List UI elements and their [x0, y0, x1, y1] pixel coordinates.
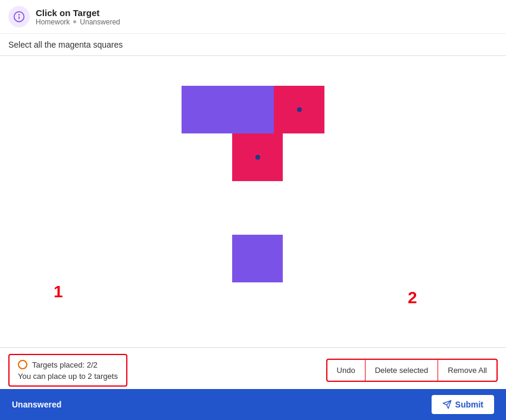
homework-label: Homework — [36, 18, 70, 26]
target-dot-1 — [297, 107, 302, 112]
footer-status: Unanswered — [12, 400, 61, 409]
action-buttons-group: Undo Delete selected Remove All — [326, 359, 498, 382]
instruction-text: Select all the magenta squares — [0, 34, 506, 56]
target-circle-icon — [18, 360, 27, 369]
target-dot-2 — [255, 155, 260, 160]
header-title: Click on Target — [36, 8, 120, 18]
header: Click on Target Homework Unanswered — [0, 0, 506, 34]
targets-max-label: You can place up to 2 targets — [18, 372, 118, 381]
submit-button[interactable]: Submit — [432, 395, 494, 414]
footer: Unanswered Submit — [0, 389, 506, 420]
header-meta: Homework Unanswered — [36, 18, 120, 26]
controls-row: Targets placed: 2/2 You can place up to … — [0, 348, 506, 393]
targets-info-box: Targets placed: 2/2 You can place up to … — [8, 354, 127, 387]
magenta-top-right-square[interactable] — [274, 86, 324, 133]
canvas-area[interactable]: 1 2 — [0, 56, 506, 348]
svg-point-1 — [18, 14, 20, 15]
remove-all-button[interactable]: Remove All — [438, 360, 496, 381]
submit-label: Submit — [455, 400, 483, 409]
label-number-1: 1 — [54, 282, 63, 301]
header-text: Click on Target Homework Unanswered — [36, 8, 120, 26]
submit-icon — [442, 400, 452, 409]
undo-button[interactable]: Undo — [327, 360, 365, 381]
magenta-bottom-center-square[interactable] — [232, 133, 283, 181]
targets-placed-label: Targets placed: 2/2 — [32, 360, 98, 369]
purple-bottom-square[interactable] — [232, 235, 283, 282]
label-number-2: 2 — [408, 288, 417, 307]
purple-big-square[interactable] — [182, 86, 274, 133]
meta-dot — [73, 20, 76, 23]
status-label: Unanswered — [80, 18, 120, 26]
delete-selected-button[interactable]: Delete selected — [365, 360, 438, 381]
svg-rect-2 — [18, 16, 20, 19]
question-icon — [8, 6, 30, 27]
targets-placed-row: Targets placed: 2/2 — [18, 360, 118, 369]
